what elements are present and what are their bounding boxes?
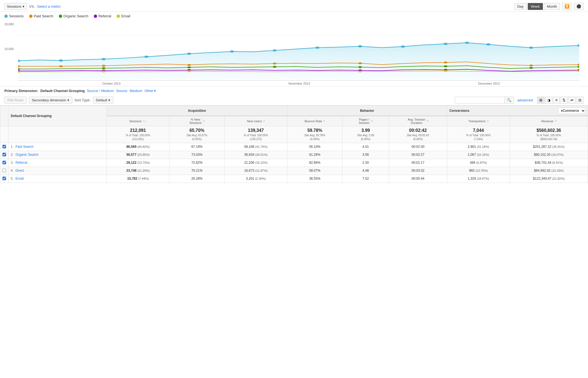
svg-point-20 bbox=[273, 63, 277, 65]
row-checkbox-cell[interactable] bbox=[0, 167, 9, 175]
line-chart-icon[interactable]: ⏬ bbox=[562, 3, 572, 10]
pct-new-sessions-col-header: % NewSessions ? bbox=[169, 116, 224, 126]
row-transactions-cell: 2,901 (41.18%) bbox=[447, 143, 510, 151]
row-bounce-rate-value: 61.26% bbox=[309, 153, 320, 157]
total-revenue-sub: % of Total: 100.00%($560,602.36) bbox=[512, 134, 586, 141]
row-checkbox[interactable] bbox=[2, 161, 6, 164]
sort-default-label: Default bbox=[96, 98, 107, 102]
source-medium-link[interactable]: Source / Medium bbox=[87, 89, 114, 93]
row-number: 2. bbox=[11, 153, 13, 157]
channel-link[interactable]: Paid Search bbox=[15, 145, 33, 149]
sessions-dot bbox=[4, 15, 8, 18]
medium-link[interactable]: Medium bbox=[130, 89, 142, 93]
row-pct-new-sessions-value: 67.19% bbox=[191, 145, 203, 149]
total-sessions-sub: % of Total: 100.00%(212,091) bbox=[109, 134, 167, 141]
svg-point-4 bbox=[144, 55, 149, 58]
email-dot bbox=[117, 15, 120, 18]
row-pages-per-session-value: 4.48 bbox=[362, 169, 369, 173]
row-checkbox[interactable] bbox=[2, 169, 6, 172]
vs-text: VS. bbox=[29, 4, 35, 9]
svg-point-2 bbox=[59, 59, 63, 62]
pie-view-button[interactable]: ◑ bbox=[545, 97, 553, 104]
day-button[interactable]: Day bbox=[514, 3, 527, 10]
row-checkbox[interactable] bbox=[2, 177, 6, 180]
search-input[interactable] bbox=[455, 97, 504, 103]
behavior-header: Behavior bbox=[287, 106, 447, 116]
row-bounce-rate-value: 56.10% bbox=[309, 145, 320, 149]
svg-point-43 bbox=[444, 70, 447, 72]
default-channel-grouping-link[interactable]: Default Channel Grouping bbox=[40, 89, 85, 93]
row-bounce-rate-cell: 61.26% bbox=[287, 151, 342, 159]
table-row: 3. Referral 29,122 (13.73%) 72.82% 21,20… bbox=[0, 159, 588, 167]
total-transactions-sub: % of Total: 100.00%(7,044) bbox=[449, 134, 507, 141]
legend-organic-search[interactable]: Organic Search bbox=[59, 14, 88, 18]
row-avg-session-duration-cell: 00:03:32 bbox=[389, 167, 447, 175]
other-dropdown[interactable]: Other ▾ bbox=[145, 89, 156, 93]
row-new-users-value: 58,168 bbox=[244, 145, 254, 149]
table-view-button[interactable]: ⊞ bbox=[537, 97, 545, 104]
pages-per-session-col-header: Pages /Session ? bbox=[342, 116, 389, 126]
svg-point-6 bbox=[230, 51, 234, 53]
total-new-users-sub: % of Total: 100.05%(139,275) bbox=[227, 134, 285, 141]
row-checkbox-cell[interactable] bbox=[0, 151, 9, 159]
row-checkbox-cell[interactable] bbox=[0, 143, 9, 151]
data-table: Default Channel Grouping Acquisition Beh… bbox=[0, 105, 588, 183]
legend-paid-search[interactable]: Paid Search bbox=[29, 14, 53, 18]
secondary-dimension-button[interactable]: Secondary dimension ▾ bbox=[29, 97, 72, 104]
referral-dot bbox=[94, 15, 97, 18]
channel-link[interactable]: Direct bbox=[15, 169, 24, 173]
legend-referral[interactable]: Referral bbox=[94, 14, 111, 18]
row-checkbox-cell[interactable] bbox=[0, 175, 9, 183]
grid-view-button[interactable]: ⊟ bbox=[576, 97, 584, 104]
channel-link[interactable]: Email bbox=[15, 177, 24, 180]
row-checkbox-cell[interactable] bbox=[0, 159, 9, 167]
organic-search-dot bbox=[59, 15, 62, 18]
row-checkbox[interactable] bbox=[2, 153, 6, 156]
email-legend-label: Email bbox=[121, 14, 130, 18]
row-new-users-cell: 36,934 (26.51%) bbox=[224, 151, 287, 159]
advanced-link[interactable]: advanced bbox=[517, 98, 533, 102]
row-new-users-value: 16,673 bbox=[244, 169, 254, 173]
sessions-sort-icon[interactable]: ↓ bbox=[145, 120, 147, 123]
source-link[interactable]: Source bbox=[116, 89, 127, 93]
row-name-cell: 2. Organic Search bbox=[9, 151, 107, 159]
sort-default-button[interactable]: Default ▾ bbox=[93, 97, 113, 104]
primary-dimension-row: Primary Dimension: Default Channel Group… bbox=[0, 86, 588, 95]
plot-rows-button[interactable]: Plot Rows bbox=[4, 97, 27, 104]
pivot-view-button[interactable]: ⇌ bbox=[568, 97, 576, 104]
row-pages-per-session-cell: 4.48 bbox=[342, 167, 389, 175]
ecommerce-select[interactable]: eCommerce bbox=[558, 107, 586, 114]
bar-view-button[interactable]: ≡ bbox=[553, 97, 560, 104]
row-revenue-value: $84,992.02 bbox=[534, 169, 550, 173]
comparison-view-button[interactable]: ⇅ bbox=[560, 97, 568, 104]
channel-link[interactable]: Organic Search bbox=[15, 153, 38, 157]
week-button[interactable]: Week bbox=[528, 3, 543, 10]
row-transactions-pct: (15.15%) bbox=[477, 153, 489, 156]
total-pct-new-sessions-sub: Site Avg: 65.67%(0.05%) bbox=[172, 134, 222, 141]
row-checkbox[interactable] bbox=[2, 145, 6, 148]
sessions-legend-label: Sessions bbox=[9, 14, 24, 18]
total-bounce-rate-sub: Site Avg: 59.78%(0.00%) bbox=[290, 134, 340, 141]
row-pages-per-session-cell: 3.56 bbox=[342, 151, 389, 159]
row-avg-session-duration-cell: 00:05:44 bbox=[389, 175, 447, 183]
svg-point-31 bbox=[529, 67, 533, 69]
svg-point-42 bbox=[358, 71, 362, 73]
sessions-dropdown[interactable]: Sessions ▾ bbox=[4, 3, 27, 10]
row-pct-new-sessions-cell: 20.28% bbox=[169, 175, 224, 183]
search-button[interactable]: 🔍 bbox=[504, 97, 514, 103]
row-transactions-value: 1,067 bbox=[468, 153, 476, 157]
total-bounce-rate-cell: 59.78% Site Avg: 59.78%(0.00%) bbox=[287, 126, 342, 143]
row-name-cell: 5. Email bbox=[9, 175, 107, 183]
pie-chart-icon[interactable]: ⚫ bbox=[574, 3, 584, 10]
svg-point-14 bbox=[529, 47, 533, 49]
legend-email[interactable]: Email bbox=[117, 14, 130, 18]
revenue-question-icon: ? bbox=[555, 120, 556, 123]
row-new-users-pct: (15.22%) bbox=[255, 161, 268, 164]
select-metric-link[interactable]: Select a metric bbox=[37, 4, 61, 9]
organic-search-legend-label: Organic Search bbox=[64, 14, 88, 18]
sessions-label: Sessions bbox=[7, 4, 21, 9]
legend-sessions[interactable]: Sessions bbox=[4, 14, 24, 18]
channel-link[interactable]: Referral bbox=[15, 161, 27, 165]
month-button[interactable]: Month bbox=[544, 3, 560, 10]
total-pages-per-session-value: 3.99 bbox=[345, 128, 386, 133]
